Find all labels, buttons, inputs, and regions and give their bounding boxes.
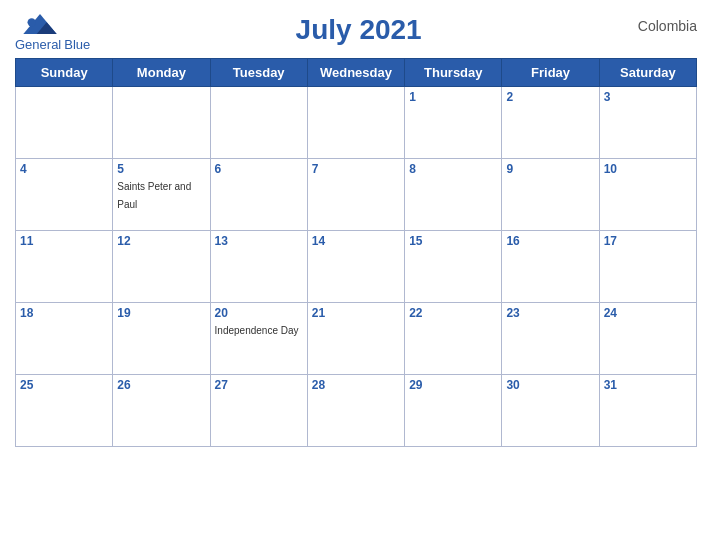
event-label: Independence Day: [215, 325, 299, 336]
day-number: 10: [604, 162, 692, 176]
calendar-container: General Blue July 2021 Colombia Sunday M…: [0, 0, 712, 550]
calendar-day-cell: [307, 87, 404, 159]
calendar-day-cell: [16, 87, 113, 159]
calendar-week-row: 11121314151617: [16, 231, 697, 303]
calendar-week-row: 45Saints Peter and Paul678910: [16, 159, 697, 231]
country-label: Colombia: [627, 10, 697, 34]
day-number: 15: [409, 234, 497, 248]
calendar-day-cell: 30: [502, 375, 599, 447]
calendar-day-cell: 9: [502, 159, 599, 231]
calendar-day-cell: 13: [210, 231, 307, 303]
day-number: 4: [20, 162, 108, 176]
day-number: 24: [604, 306, 692, 320]
calendar-day-cell: 6: [210, 159, 307, 231]
day-number: 6: [215, 162, 303, 176]
calendar-week-row: 25262728293031: [16, 375, 697, 447]
day-number: 16: [506, 234, 594, 248]
day-number: 20: [215, 306, 303, 320]
day-number: 22: [409, 306, 497, 320]
calendar-day-cell: 19: [113, 303, 210, 375]
day-number: 12: [117, 234, 205, 248]
header-wednesday: Wednesday: [307, 59, 404, 87]
header-friday: Friday: [502, 59, 599, 87]
day-number: 23: [506, 306, 594, 320]
generalblue-logo-icon: [15, 10, 65, 38]
day-number: 25: [20, 378, 108, 392]
day-number: 1: [409, 90, 497, 104]
calendar-day-cell: 14: [307, 231, 404, 303]
header-saturday: Saturday: [599, 59, 696, 87]
month-year-title: July 2021: [90, 10, 627, 46]
calendar-day-cell: 16: [502, 231, 599, 303]
calendar-day-cell: 20Independence Day: [210, 303, 307, 375]
calendar-day-cell: 24: [599, 303, 696, 375]
calendar-day-cell: 25: [16, 375, 113, 447]
calendar-day-cell: 10: [599, 159, 696, 231]
calendar-day-cell: 15: [405, 231, 502, 303]
day-number: 17: [604, 234, 692, 248]
calendar-header: General Blue July 2021 Colombia: [15, 10, 697, 52]
calendar-day-cell: 18: [16, 303, 113, 375]
day-number: 31: [604, 378, 692, 392]
calendar-day-cell: 22: [405, 303, 502, 375]
day-number: 28: [312, 378, 400, 392]
day-number: 3: [604, 90, 692, 104]
day-number: 26: [117, 378, 205, 392]
calendar-day-cell: 4: [16, 159, 113, 231]
calendar-table: Sunday Monday Tuesday Wednesday Thursday…: [15, 58, 697, 447]
calendar-day-cell: 12: [113, 231, 210, 303]
calendar-day-cell: 1: [405, 87, 502, 159]
calendar-day-cell: 2: [502, 87, 599, 159]
header-tuesday: Tuesday: [210, 59, 307, 87]
calendar-day-cell: 28: [307, 375, 404, 447]
calendar-day-cell: 5Saints Peter and Paul: [113, 159, 210, 231]
calendar-day-cell: 29: [405, 375, 502, 447]
calendar-day-cell: 31: [599, 375, 696, 447]
logo-area: General Blue: [15, 10, 90, 52]
calendar-day-cell: 8: [405, 159, 502, 231]
day-number: 30: [506, 378, 594, 392]
calendar-day-cell: 26: [113, 375, 210, 447]
header-monday: Monday: [113, 59, 210, 87]
day-number: 19: [117, 306, 205, 320]
svg-point-2: [28, 18, 36, 26]
day-number: 11: [20, 234, 108, 248]
day-number: 2: [506, 90, 594, 104]
header-sunday: Sunday: [16, 59, 113, 87]
calendar-day-cell: 21: [307, 303, 404, 375]
calendar-day-cell: [113, 87, 210, 159]
calendar-week-row: 123: [16, 87, 697, 159]
day-number: 7: [312, 162, 400, 176]
logo-general-text: General: [15, 38, 61, 52]
calendar-day-cell: 7: [307, 159, 404, 231]
day-number: 13: [215, 234, 303, 248]
calendar-day-cell: 3: [599, 87, 696, 159]
day-number: 5: [117, 162, 205, 176]
day-number: 8: [409, 162, 497, 176]
calendar-day-cell: 11: [16, 231, 113, 303]
calendar-day-cell: 27: [210, 375, 307, 447]
day-number: 27: [215, 378, 303, 392]
calendar-day-cell: 17: [599, 231, 696, 303]
calendar-week-row: 181920Independence Day21222324: [16, 303, 697, 375]
day-number: 9: [506, 162, 594, 176]
day-number: 29: [409, 378, 497, 392]
logo-blue-text: Blue: [64, 38, 90, 52]
calendar-day-cell: 23: [502, 303, 599, 375]
header-thursday: Thursday: [405, 59, 502, 87]
event-label: Saints Peter and Paul: [117, 181, 191, 210]
day-number: 21: [312, 306, 400, 320]
day-number: 14: [312, 234, 400, 248]
calendar-day-cell: [210, 87, 307, 159]
weekday-header-row: Sunday Monday Tuesday Wednesday Thursday…: [16, 59, 697, 87]
day-number: 18: [20, 306, 108, 320]
